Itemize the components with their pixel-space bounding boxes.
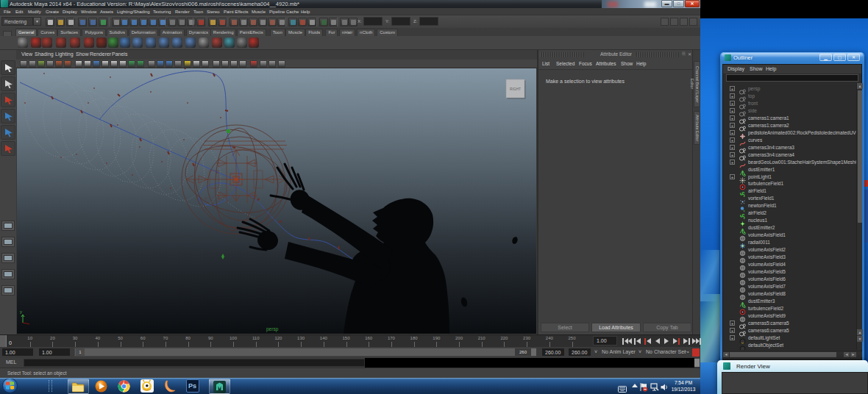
svg-text:y: y [20, 309, 22, 314]
svg-text:RIGHT: RIGHT [510, 87, 521, 91]
svg-text:persp: persp [266, 326, 279, 332]
